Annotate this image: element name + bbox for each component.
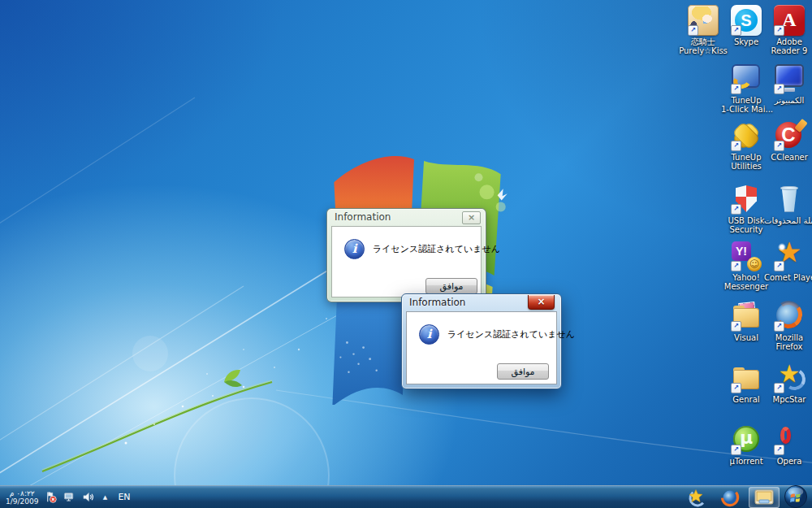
shortcut-arrow-icon: [731, 141, 741, 151]
icon-label-line2: Utilities: [721, 162, 771, 171]
shortcut-arrow-icon: [774, 445, 784, 455]
dialog-message: ライセンス認証されていません: [447, 328, 575, 341]
ok-button[interactable]: موافق: [497, 363, 549, 380]
dialog-client-area: ライセンス認証されていません موافق: [406, 311, 557, 384]
dialog-title: Information: [409, 297, 465, 308]
action-center-flag-icon: [45, 491, 57, 503]
icon-label: Mozilla: [764, 333, 812, 342]
icon-label-line2: Firefox: [764, 342, 812, 351]
icon-label-line2: Security: [721, 225, 771, 234]
dialog-message: ライセンス認証されていません: [373, 243, 500, 255]
language-indicator[interactable]: EN: [115, 492, 132, 502]
desktop: 恋騎士 Purely☆Kiss Skype Adobe Reader 9 Tun…: [0, 0, 812, 508]
information-dialog-background[interactable]: Information ライセンス認証されていません موافق: [326, 208, 486, 302]
info-icon: [419, 324, 439, 345]
close-icon[interactable]: [462, 211, 481, 224]
icon-label-line2: 1-Click Mai...: [721, 105, 771, 114]
taskbar-mpcstar-button[interactable]: [682, 488, 711, 507]
close-icon[interactable]: [528, 295, 555, 310]
shortcut-arrow-icon: [731, 445, 741, 455]
system-tray: ٠٨:٢٢ م 1/9/2009: [0, 486, 133, 508]
information-dialog-foreground[interactable]: Information ライセンス認証されていません موافق: [401, 293, 562, 389]
icon-label: MpcStar: [764, 395, 812, 404]
icon-label: Opera: [764, 457, 812, 466]
icon-label: CCleaner: [764, 153, 812, 162]
icon-label: سلة المحذوفات: [764, 216, 812, 225]
ok-button[interactable]: موافق: [425, 278, 477, 294]
dialog-client-area: ライセンス認証されていません موافق: [331, 226, 482, 297]
action-center-button[interactable]: [44, 491, 57, 504]
icon-label-line2: Reader 9: [764, 46, 812, 55]
icon-label-line2: Messenger: [721, 282, 771, 291]
taskbar-clock[interactable]: ٠٨:٢٢ م 1/9/2009: [6, 489, 38, 506]
icon-label: Adobe: [764, 37, 812, 46]
desktop-icon-comet-player[interactable]: Comet Player: [764, 241, 812, 282]
taskbar: ٠٨:٢٢ م 1/9/2009: [0, 485, 812, 508]
desktop-icon-adobe-reader[interactable]: Adobe Reader 9: [764, 5, 812, 55]
app-icon: [774, 184, 805, 215]
clock-time: ٠٨:٢٢ م: [6, 489, 38, 497]
network-icon: [63, 491, 76, 503]
volume-button[interactable]: [81, 491, 94, 504]
dialog-titlebar[interactable]: Information: [402, 294, 561, 311]
dialog-title: Information: [335, 211, 391, 223]
desktop-icon-computer[interactable]: الكمبيوتر: [764, 63, 812, 105]
desktop-icon-opera[interactable]: Opera: [764, 424, 812, 466]
icon-label: Comet Player: [764, 273, 812, 282]
shortcut-arrow-icon: [731, 321, 741, 332]
start-button[interactable]: [784, 484, 808, 508]
taskbar-explorer-button[interactable]: [749, 487, 780, 508]
desktop-icon-recycle-bin[interactable]: سلة المحذوفات: [764, 184, 812, 225]
shortcut-arrow-icon: [731, 25, 741, 36]
icon-label-line2: Purely☆Kiss: [678, 46, 728, 55]
shortcut-arrow-icon: [774, 25, 784, 36]
shortcut-arrow-icon: [731, 84, 741, 94]
shortcut-arrow-icon: [731, 261, 741, 271]
firefox-icon: [720, 488, 740, 507]
desktop-icon-ccleaner[interactable]: CCleaner: [764, 120, 812, 162]
network-button[interactable]: [63, 491, 76, 504]
shortcut-arrow-icon: [774, 84, 784, 94]
icon-label: الكمبيوتر: [764, 96, 812, 105]
show-hidden-icons-button[interactable]: [100, 491, 110, 504]
shortcut-arrow-icon: [774, 383, 784, 393]
shortcut-arrow-icon: [731, 383, 741, 393]
desktop-icon-mpcstar[interactable]: MpcStar: [764, 363, 812, 404]
shortcut-arrow-icon: [774, 141, 784, 151]
info-icon: [344, 239, 365, 259]
shortcut-arrow-icon: [774, 261, 784, 271]
shortcut-arrow-icon: [688, 25, 698, 36]
explorer-icon: [754, 489, 774, 506]
shortcut-arrow-icon: [731, 204, 741, 215]
mpcstar-icon: [687, 488, 706, 507]
taskbar-apps: [682, 486, 812, 508]
start-orb-icon: [784, 484, 808, 508]
dialog-titlebar[interactable]: Information: [327, 209, 486, 226]
taskbar-firefox-button[interactable]: [715, 488, 745, 507]
shortcut-arrow-icon: [774, 321, 784, 332]
desktop-icon-mozilla-firefox[interactable]: Mozilla Firefox: [764, 301, 812, 351]
volume-icon: [82, 491, 94, 503]
clock-date: 1/9/2009: [6, 497, 38, 506]
